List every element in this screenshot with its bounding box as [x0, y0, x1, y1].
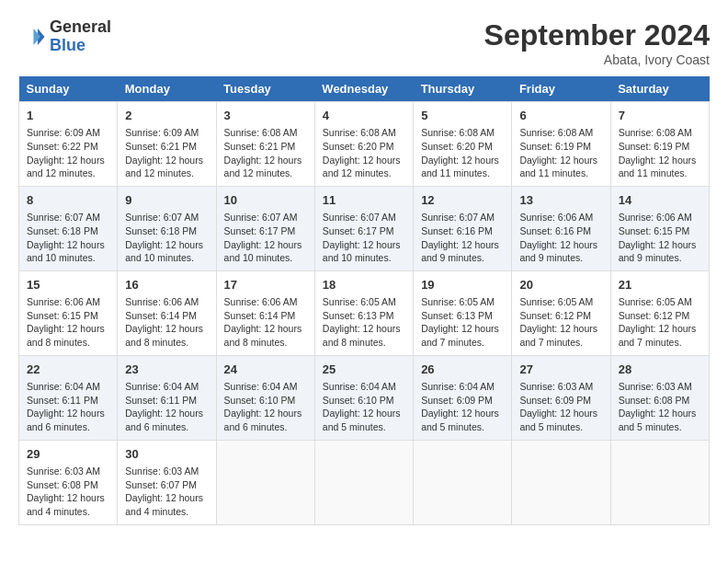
sunrise-label: Sunrise: 6:07 AM [323, 212, 396, 223]
col-thursday: Thursday [414, 76, 512, 102]
sunset-label: Sunset: 6:20 PM [421, 141, 493, 152]
day-number: 26 [421, 362, 504, 378]
calendar-cell: 21Sunrise: 6:05 AMSunset: 6:12 PMDayligh… [610, 270, 709, 355]
calendar-cell: 10Sunrise: 6:07 AMSunset: 6:17 PMDayligh… [216, 186, 314, 270]
sunrise-label: Sunrise: 6:08 AM [619, 127, 692, 138]
sunset-label: Sunset: 6:16 PM [421, 225, 493, 236]
day-number: 1 [27, 108, 109, 124]
day-number: 16 [125, 277, 208, 293]
sunset-label: Sunset: 6:14 PM [224, 310, 296, 321]
daylight-label: Daylight: 12 hours and 6 minutes. [125, 408, 203, 432]
daylight-label: Daylight: 12 hours and 11 minutes. [519, 155, 597, 179]
calendar-cell [314, 440, 413, 524]
day-number: 28 [619, 362, 701, 378]
calendar-cell: 17Sunrise: 6:06 AMSunset: 6:14 PMDayligh… [216, 270, 314, 355]
sunset-label: Sunset: 6:13 PM [421, 310, 493, 321]
calendar-cell: 7Sunrise: 6:08 AMSunset: 6:19 PMDaylight… [610, 102, 709, 187]
sunset-label: Sunset: 6:09 PM [519, 395, 591, 406]
calendar-cell: 3Sunrise: 6:08 AMSunset: 6:21 PMDaylight… [216, 102, 314, 187]
calendar-cell: 16Sunrise: 6:06 AMSunset: 6:14 PMDayligh… [118, 270, 216, 355]
sunrise-label: Sunrise: 6:06 AM [224, 296, 298, 307]
header-row: Sunday Monday Tuesday Wednesday Thursday… [19, 76, 710, 102]
daylight-label: Daylight: 12 hours and 10 minutes. [323, 239, 401, 264]
sunrise-label: Sunrise: 6:06 AM [619, 212, 692, 223]
day-number: 18 [323, 277, 405, 293]
sunrise-label: Sunrise: 6:06 AM [27, 296, 100, 307]
sunset-label: Sunset: 6:21 PM [125, 141, 197, 152]
daylight-label: Daylight: 12 hours and 5 minutes. [619, 408, 697, 432]
sunset-label: Sunset: 6:13 PM [323, 310, 394, 321]
calendar-cell: 30Sunrise: 6:03 AMSunset: 6:07 PMDayligh… [118, 440, 216, 524]
col-saturday: Saturday [610, 76, 709, 102]
daylight-label: Daylight: 12 hours and 11 minutes. [421, 155, 499, 179]
daylight-label: Daylight: 12 hours and 12 minutes. [224, 155, 302, 179]
title-area: September 2024 Abata, Ivory Coast [484, 18, 710, 67]
col-tuesday: Tuesday [216, 76, 314, 102]
sunset-label: Sunset: 6:20 PM [323, 141, 394, 152]
calendar-row: 8Sunrise: 6:07 AMSunset: 6:18 PMDaylight… [19, 186, 710, 270]
day-number: 21 [619, 277, 701, 293]
daylight-label: Daylight: 12 hours and 7 minutes. [619, 323, 697, 348]
month-title: September 2024 [484, 18, 710, 52]
sunset-label: Sunset: 6:15 PM [619, 225, 690, 236]
daylight-label: Daylight: 12 hours and 6 minutes. [27, 408, 105, 432]
day-number: 30 [125, 446, 208, 463]
sunrise-label: Sunrise: 6:06 AM [125, 296, 199, 307]
sunset-label: Sunset: 6:21 PM [224, 141, 296, 152]
sunrise-label: Sunrise: 6:03 AM [125, 465, 199, 477]
calendar-cell: 24Sunrise: 6:04 AMSunset: 6:10 PMDayligh… [216, 355, 314, 440]
calendar-cell: 28Sunrise: 6:03 AMSunset: 6:08 PMDayligh… [610, 355, 709, 440]
daylight-label: Daylight: 12 hours and 12 minutes. [323, 155, 401, 179]
calendar-cell: 5Sunrise: 6:08 AMSunset: 6:20 PMDaylight… [414, 102, 512, 187]
daylight-label: Daylight: 12 hours and 4 minutes. [125, 492, 203, 517]
daylight-label: Daylight: 12 hours and 12 minutes. [125, 155, 203, 179]
calendar-cell: 6Sunrise: 6:08 AMSunset: 6:19 PMDaylight… [512, 102, 610, 187]
sunrise-label: Sunrise: 6:05 AM [421, 296, 495, 307]
calendar-row: 15Sunrise: 6:06 AMSunset: 6:15 PMDayligh… [19, 270, 710, 355]
day-number: 27 [519, 362, 602, 378]
day-number: 4 [323, 108, 405, 124]
day-number: 9 [125, 192, 208, 209]
sunrise-label: Sunrise: 6:05 AM [323, 296, 396, 307]
calendar-cell: 29Sunrise: 6:03 AMSunset: 6:08 PMDayligh… [19, 440, 118, 524]
sunrise-label: Sunrise: 6:05 AM [519, 296, 593, 307]
sunrise-label: Sunrise: 6:09 AM [125, 127, 199, 138]
daylight-label: Daylight: 12 hours and 8 minutes. [323, 323, 401, 348]
logo-text: General Blue [50, 18, 111, 55]
calendar-cell: 22Sunrise: 6:04 AMSunset: 6:11 PMDayligh… [19, 355, 118, 440]
calendar-cell [414, 440, 512, 524]
calendar-cell [610, 440, 709, 524]
daylight-label: Daylight: 12 hours and 10 minutes. [224, 239, 302, 264]
day-number: 10 [224, 192, 307, 209]
calendar-cell: 27Sunrise: 6:03 AMSunset: 6:09 PMDayligh… [512, 355, 610, 440]
day-number: 2 [125, 108, 208, 124]
calendar-cell: 15Sunrise: 6:06 AMSunset: 6:15 PMDayligh… [19, 270, 118, 355]
day-number: 20 [519, 277, 602, 293]
sunrise-label: Sunrise: 6:08 AM [224, 127, 298, 138]
logo: General Blue [18, 18, 111, 55]
daylight-label: Daylight: 12 hours and 12 minutes. [27, 155, 105, 179]
daylight-label: Daylight: 12 hours and 9 minutes. [619, 239, 697, 264]
daylight-label: Daylight: 12 hours and 9 minutes. [421, 239, 499, 264]
sunrise-label: Sunrise: 6:08 AM [323, 127, 396, 138]
calendar-cell [512, 440, 610, 524]
sunrise-label: Sunrise: 6:07 AM [421, 212, 495, 223]
day-number: 8 [27, 192, 109, 209]
calendar-cell: 26Sunrise: 6:04 AMSunset: 6:09 PMDayligh… [414, 355, 512, 440]
sunrise-label: Sunrise: 6:04 AM [27, 381, 100, 392]
sunset-label: Sunset: 6:08 PM [27, 479, 98, 490]
calendar-table: Sunday Monday Tuesday Wednesday Thursday… [18, 76, 710, 525]
sunset-label: Sunset: 6:16 PM [519, 225, 591, 236]
day-number: 25 [323, 362, 405, 378]
sunrise-label: Sunrise: 6:08 AM [519, 127, 593, 138]
sunset-label: Sunset: 6:10 PM [323, 395, 394, 406]
daylight-label: Daylight: 12 hours and 5 minutes. [519, 408, 597, 432]
col-monday: Monday [118, 76, 216, 102]
day-number: 19 [421, 277, 504, 293]
sunrise-label: Sunrise: 6:04 AM [125, 381, 199, 392]
calendar-cell: 23Sunrise: 6:04 AMSunset: 6:11 PMDayligh… [118, 355, 216, 440]
day-number: 11 [323, 192, 405, 209]
sunrise-label: Sunrise: 6:04 AM [421, 381, 495, 392]
day-number: 23 [125, 362, 208, 378]
sunrise-label: Sunrise: 6:07 AM [125, 212, 199, 223]
